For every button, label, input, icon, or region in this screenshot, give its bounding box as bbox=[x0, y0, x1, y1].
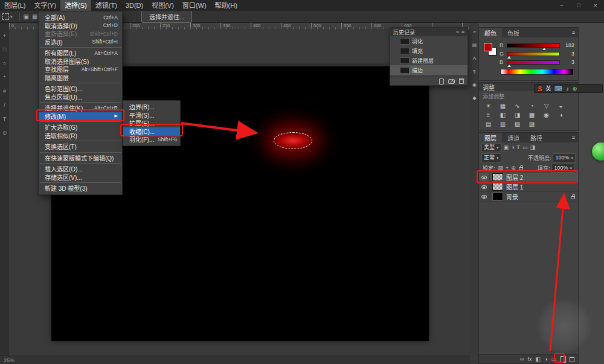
layer-name[interactable]: 图层 1 bbox=[506, 182, 575, 191]
selective-color-icon[interactable]: ▨ bbox=[527, 121, 536, 127]
menu-window[interactable]: 窗口(W) bbox=[178, 0, 211, 11]
ime-keyboard-icon[interactable]: ⌨ bbox=[554, 86, 562, 92]
hue-saturation-icon[interactable]: ◒ bbox=[556, 103, 565, 109]
menu-item-isolate-layers[interactable]: 隔离图层 bbox=[39, 74, 122, 82]
submenu-item-feather[interactable]: 羽化(F)...Shift+F6 bbox=[123, 135, 180, 144]
minimize-button[interactable]: – bbox=[553, 0, 570, 11]
menu-item-grow[interactable]: 扩大选取(G) bbox=[39, 123, 122, 132]
invert-icon[interactable]: ◑ bbox=[556, 112, 565, 118]
menu-item-new-3d-extrusion[interactable]: 新建 3D 模型(3) bbox=[39, 184, 122, 193]
panel-menu-icon[interactable]: ≡ bbox=[569, 133, 578, 142]
menu-item-similar[interactable]: 选取相似(R) bbox=[39, 132, 122, 140]
submenu-item-contract[interactable]: 收缩(C)... bbox=[123, 127, 180, 136]
new-selection-icon[interactable]: ▣ bbox=[24, 13, 29, 20]
zoom-level[interactable]: 25% bbox=[4, 357, 14, 363]
levels-icon[interactable]: ▦ bbox=[498, 103, 507, 109]
new-snapshot-icon[interactable] bbox=[448, 79, 455, 84]
opacity-dropdown[interactable]: 100% ▾ bbox=[553, 153, 576, 162]
exposure-icon[interactable]: ◔ bbox=[527, 103, 536, 109]
posterize-icon[interactable]: ▤ bbox=[484, 121, 493, 127]
menu-3d[interactable]: 3D(D) bbox=[121, 0, 147, 11]
threshold-icon[interactable]: ▥ bbox=[498, 121, 507, 127]
delete-state-icon[interactable] bbox=[459, 78, 464, 84]
green-slider[interactable] bbox=[507, 52, 560, 56]
type-tool-icon[interactable]: T bbox=[3, 116, 7, 122]
color-spectrum-ramp[interactable] bbox=[501, 69, 573, 75]
menu-item-color-range[interactable]: 色彩范围(C)... bbox=[39, 85, 122, 93]
layer-row-layer1[interactable]: 图层 1 bbox=[479, 182, 578, 192]
tab-color[interactable]: 颜色 bbox=[479, 28, 502, 37]
filter-shape-layers-icon[interactable]: ▭ bbox=[522, 144, 528, 150]
clone-source-panel-icon[interactable]: ◉ bbox=[472, 82, 477, 88]
crop-tool-icon[interactable]: # bbox=[3, 88, 6, 94]
brightness-contrast-icon[interactable]: ☀ bbox=[484, 103, 493, 109]
menu-filter[interactable]: 滤镜(T) bbox=[91, 0, 121, 11]
ime-mode-icon[interactable]: 英 bbox=[545, 85, 551, 92]
menu-item-transform-selection[interactable]: 变换选区(T) bbox=[39, 142, 122, 151]
menu-item-edit-in-quick-mask[interactable]: 在快速蒙版模式下编辑(Q) bbox=[39, 154, 122, 162]
tab-channels[interactable]: 通道 bbox=[502, 133, 525, 142]
lock-image-pixels-icon[interactable]: + bbox=[506, 165, 509, 171]
tab-swatches[interactable]: 色板 bbox=[502, 28, 525, 37]
new-document-from-state-icon[interactable] bbox=[439, 78, 444, 85]
blue-value[interactable]: 3 bbox=[562, 59, 574, 65]
add-layer-mask-icon[interactable]: ◧ bbox=[536, 356, 541, 362]
fill-dropdown[interactable]: 100% ▾ bbox=[551, 164, 574, 173]
panel-menu-icon[interactable]: ≡ bbox=[461, 29, 464, 35]
photo-filter-icon[interactable]: ◨ bbox=[513, 112, 522, 118]
ime-toolbar[interactable]: S英⌨♪⊕ bbox=[534, 84, 603, 93]
sogou-logo[interactable]: S bbox=[538, 85, 542, 92]
layer-thumbnail[interactable] bbox=[492, 173, 503, 181]
lock-position-icon[interactable]: ⊕ bbox=[511, 165, 516, 171]
navigator-panel-icon[interactable]: ▤ bbox=[472, 42, 477, 48]
menu-item-focus-area[interactable]: 焦点区域(U)... bbox=[39, 93, 122, 101]
ime-note-icon[interactable]: ♪ bbox=[566, 86, 569, 92]
new-adjustment-layer-icon[interactable]: ◑ bbox=[544, 356, 547, 362]
gradient-map-icon[interactable]: ▧ bbox=[513, 121, 522, 127]
menu-layer[interactable]: 图层(L) bbox=[0, 0, 30, 11]
magic-wand-tool-icon[interactable]: * bbox=[4, 74, 6, 80]
slider-thumb[interactable] bbox=[507, 56, 511, 59]
menu-item-load-selection[interactable]: 载入选区(O)... bbox=[39, 165, 122, 173]
select-and-mask-button[interactable]: 选择并遮住... bbox=[141, 10, 192, 23]
menu-item-select-and-mask[interactable]: 选择并遮住(K)...Alt+Ctrl+R bbox=[39, 104, 122, 112]
black-white-icon[interactable]: ◧ bbox=[498, 112, 507, 118]
red-value[interactable]: 182 bbox=[562, 42, 574, 48]
lock-all-icon[interactable] bbox=[519, 167, 523, 170]
curves-icon[interactable]: ∿ bbox=[513, 103, 522, 109]
visibility-toggle[interactable] bbox=[479, 182, 490, 191]
menu-help[interactable]: 帮助(H) bbox=[211, 0, 242, 11]
menu-item-save-selection[interactable]: 存储选区(V)... bbox=[39, 173, 122, 182]
slider-thumb[interactable] bbox=[542, 48, 546, 50]
filter-type-layers-icon[interactable]: T bbox=[516, 144, 520, 150]
submenu-item-expand[interactable]: 扩展(E)... bbox=[123, 119, 180, 127]
layer-row-layer2[interactable]: 图层 2 bbox=[479, 173, 578, 182]
zoom-tool-icon[interactable]: ⊙ bbox=[2, 130, 7, 136]
maximize-button[interactable]: □ bbox=[570, 0, 587, 11]
tab-paths[interactable]: 路径 bbox=[525, 133, 548, 142]
channel-mixer-icon[interactable]: ▩ bbox=[527, 112, 536, 118]
filter-adjustment-layers-icon[interactable]: ◑ bbox=[511, 144, 514, 150]
layer-name[interactable]: 图层 2 bbox=[506, 173, 575, 182]
history-step[interactable]: 新建图层 bbox=[390, 56, 467, 65]
new-group-icon[interactable]: ▭ bbox=[551, 356, 556, 362]
blend-mode-dropdown[interactable]: 正常 ▾ bbox=[481, 153, 501, 162]
layer-name[interactable]: 背景 bbox=[506, 192, 571, 201]
floating-assistant-bubble[interactable] bbox=[592, 142, 604, 161]
menu-item-all-layers[interactable]: 所有图层(L)Alt+Ctrl+A bbox=[39, 49, 122, 57]
character-panel-icon[interactable]: A bbox=[473, 56, 476, 61]
filter-pixel-layers-icon[interactable]: ▣ bbox=[504, 144, 509, 150]
menu-select[interactable]: 选择(S) bbox=[60, 0, 91, 11]
tool-preset-icon[interactable]: ▾ bbox=[2, 13, 13, 20]
blue-slider[interactable] bbox=[507, 60, 560, 65]
layer-style-icon[interactable]: fx bbox=[528, 356, 532, 362]
close-button[interactable]: × bbox=[587, 0, 604, 11]
red-slider[interactable] bbox=[507, 43, 560, 48]
paragraph-panel-icon[interactable]: ¶ bbox=[473, 69, 475, 74]
history-step[interactable]: 填充 bbox=[390, 46, 467, 56]
history-step-current[interactable]: 描边 bbox=[390, 65, 467, 75]
menu-item-deselect-layers[interactable]: 取消选择图层(S) bbox=[39, 57, 122, 66]
link-layers-icon[interactable]: ∞ bbox=[520, 356, 524, 362]
green-value[interactable]: 3 bbox=[562, 51, 574, 57]
vibrance-icon[interactable]: ▽ bbox=[542, 103, 551, 109]
